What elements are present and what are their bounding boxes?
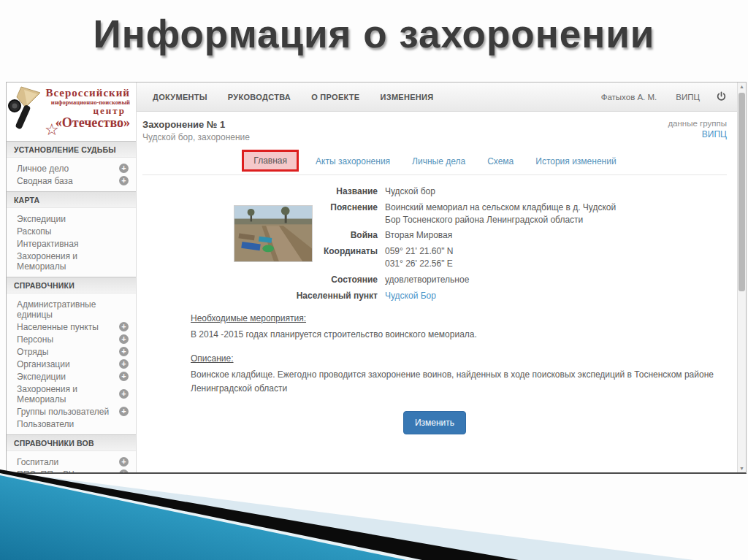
- slide-decoration: [0, 469, 748, 560]
- annotation-highlight-box: Главная: [242, 150, 299, 172]
- main-area: ДОКУМЕНТЫ РУКОВОДСТВА О ПРОЕКТЕ ИЗМЕНЕНИ…: [137, 83, 737, 472]
- page-title: Захоронение № 1: [142, 119, 250, 130]
- field-value: 059° 21' 21.60" N 031° 26' 22.56" E: [378, 245, 453, 270]
- sidebar-item-admin-edinitsy[interactable]: Административные единицы: [7, 298, 136, 321]
- field-value: Чудской бор: [378, 185, 435, 198]
- plus-circle-icon[interactable]: +: [119, 469, 129, 472]
- field-label: Название: [142, 185, 378, 198]
- coordinate-e: 031° 26' 22.56" E: [385, 258, 453, 270]
- sidebar-item-lichnoe-delo[interactable]: Личное дело +: [7, 162, 136, 174]
- burial-site-photo[interactable]: [234, 205, 313, 262]
- field-label: Состояние: [142, 274, 378, 286]
- star-icon: ☆: [45, 122, 59, 138]
- sidebar-item-ekspeditsii-sprav[interactable]: Экспедиции +: [7, 370, 136, 383]
- plus-circle-icon[interactable]: +: [119, 176, 129, 185]
- tab-lichnye-dela[interactable]: Личные дела: [401, 150, 476, 174]
- plus-circle-icon[interactable]: +: [119, 372, 129, 381]
- nav-item-izmeneniya[interactable]: ИЗМЕНЕНИЯ: [380, 93, 433, 101]
- field-row-voyna: Война Вторая Мировая: [142, 229, 727, 242]
- user-group[interactable]: ВИПЦ: [676, 93, 700, 101]
- tab-bar: Главная Акты захоронения Личные дела Схе…: [142, 150, 727, 175]
- sidebar-section-header: СПРАВОЧНИКИ: [7, 277, 136, 294]
- trowel-magnifier-icon: [8, 85, 46, 137]
- sidebar: Всероссийский информационно-поисковый це…: [7, 83, 137, 472]
- plus-circle-icon[interactable]: +: [119, 164, 129, 173]
- slide-title: Информация о захоронении: [0, 12, 748, 56]
- field-row-sostoyanie: Состояние удовлетворительное: [142, 274, 727, 286]
- field-label: Населенный пункт: [142, 290, 378, 302]
- section-heading: Необходимые мероприятия:: [191, 313, 717, 323]
- plus-circle-icon[interactable]: +: [119, 457, 129, 467]
- plus-circle-icon[interactable]: +: [119, 389, 129, 399]
- nav-item-dokumenty[interactable]: ДОКУМЕНТЫ: [153, 93, 207, 101]
- tab-akty-zakhoroneniya[interactable]: Акты захоронения: [305, 150, 401, 174]
- group-data-link[interactable]: ВИПЦ: [668, 129, 727, 139]
- page-subtitle: Чудской бор, захоронение: [142, 132, 250, 142]
- tab-glavnaya[interactable]: Главная: [253, 156, 287, 166]
- sidebar-item-gospitali[interactable]: Госпитали +: [7, 456, 136, 468]
- scroll-down-arrow-icon[interactable]: ▼: [738, 466, 746, 471]
- tab-istoriya-izmeneniy[interactable]: История изменений: [524, 150, 627, 174]
- nav-item-rukovodstva[interactable]: РУКОВОДСТВА: [228, 93, 291, 101]
- sidebar-item-raskopy[interactable]: Раскопы: [7, 225, 136, 237]
- app-window: Всероссийский информационно-поисковый це…: [6, 82, 747, 474]
- sidebar-section-header: УСТАНОВЛЕНИЕ СУДЬБЫ: [7, 141, 136, 158]
- field-row-naselenny-punkt: Населенный пункт Чудской Бор: [142, 290, 727, 302]
- edit-button[interactable]: Изменить: [403, 411, 466, 434]
- sidebar-item-polzovateli[interactable]: Пользователи: [7, 418, 136, 430]
- coordinate-n: 059° 21' 21.60" N: [385, 245, 453, 258]
- sidebar-section-header: СПРАВОЧНИКИ ВОВ: [7, 434, 136, 451]
- plus-circle-icon[interactable]: +: [119, 407, 129, 416]
- field-row-koordinaty: Координаты 059° 21' 21.60" N 031° 26' 22…: [142, 245, 727, 270]
- page-content: Захоронение № 1 Чудской бор, захоронение…: [137, 112, 737, 472]
- page-header: Захоронение № 1 Чудской бор, захоронение…: [142, 119, 727, 142]
- sidebar-item-zakhoroneniya-memorialy[interactable]: Захоронения и Мемориалы: [7, 250, 136, 272]
- tab-skhema[interactable]: Схема: [476, 150, 524, 174]
- top-nav: ДОКУМЕНТЫ РУКОВОДСТВА О ПРОЕКТЕ ИЗМЕНЕНИ…: [137, 83, 737, 112]
- plus-circle-icon[interactable]: +: [119, 347, 129, 356]
- sidebar-section-header: КАРТА: [7, 191, 136, 208]
- field-value: Воинский мемориал на сельском кладбище в…: [378, 202, 630, 226]
- sidebar-item-zakhoroneniya-sprav[interactable]: Захоронения и Мемориалы +: [7, 383, 136, 405]
- sidebar-item-pps-pp-vch[interactable]: ППС, ПП и ВЧ +: [7, 468, 136, 472]
- vertical-scrollbar[interactable]: ▲ ▼: [737, 83, 746, 472]
- org-logo: Всероссийский информационно-поисковый це…: [7, 83, 136, 141]
- sidebar-item-interaktivnaya[interactable]: Интерактивная: [7, 237, 136, 250]
- settlement-link[interactable]: Чудской Бор: [378, 290, 436, 302]
- scrollbar-thumb[interactable]: [739, 93, 745, 291]
- field-list: Название Чудской бор Пояснение Воинский …: [142, 185, 727, 302]
- field-value: Вторая Мировая: [378, 229, 452, 242]
- scroll-up-arrow-icon[interactable]: ▲: [738, 84, 746, 89]
- sidebar-item-naselennye-punkty[interactable]: Населенные пункты +: [7, 321, 136, 333]
- plus-circle-icon[interactable]: +: [119, 334, 129, 344]
- plus-circle-icon[interactable]: +: [119, 322, 129, 331]
- sidebar-item-svodnaya-baza[interactable]: Сводная база +: [7, 174, 136, 187]
- sidebar-item-persony[interactable]: Персоны +: [7, 333, 136, 345]
- nav-item-o-proekte[interactable]: О ПРОЕКТЕ: [311, 93, 359, 101]
- section-text: В 2014 -2015 годах планируется строитель…: [191, 328, 717, 342]
- section-meropriyatiya: Необходимые мероприятия: В 2014 -2015 го…: [191, 313, 717, 342]
- field-row-poyasnenie: Пояснение Воинский мемориал на сельском …: [142, 202, 727, 226]
- section-opisanie: Описание: Воинское кладбище. Ежегодно пр…: [191, 353, 717, 395]
- sidebar-item-gruppy-polzovateley[interactable]: Группы пользователей +: [7, 405, 136, 418]
- sidebar-item-organizatsii[interactable]: Организации +: [7, 358, 136, 370]
- section-text: Воинское кладбище. Ежегодно проводится з…: [191, 368, 717, 395]
- plus-circle-icon[interactable]: +: [119, 359, 129, 369]
- field-row-nazvanie: Название Чудской бор: [142, 185, 727, 198]
- slide: Информация о захоронении Всероссийский и…: [0, 0, 748, 560]
- field-value: удовлетворительное: [378, 274, 469, 286]
- group-data-label: данные группы: [668, 119, 727, 128]
- sidebar-item-ekspeditsii[interactable]: Экспедиции: [7, 212, 136, 225]
- power-icon[interactable]: [716, 91, 727, 102]
- section-heading: Описание:: [191, 353, 717, 364]
- current-user[interactable]: Фатыхов А. М.: [601, 93, 657, 101]
- sidebar-item-otryady[interactable]: Отряды +: [7, 345, 136, 358]
